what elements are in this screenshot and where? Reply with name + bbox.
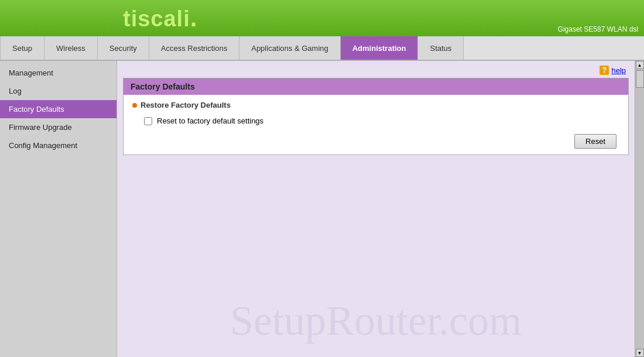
content-area: ? help Factory Defaults Restore Factory … [117, 61, 635, 357]
header: tiscali. Gigaset SE587 WLAN dsl [0, 0, 644, 36]
factory-defaults-panel: Factory Defaults Restore Factory Default… [123, 78, 629, 155]
navbar: SetupWirelessSecurityAccess Restrictions… [0, 36, 644, 61]
nav-tab-access-restrictions[interactable]: Access Restrictions [149, 36, 239, 60]
help-bar: ? help [123, 64, 629, 77]
nav-tab-status[interactable]: Status [418, 36, 464, 60]
logo: tiscali. [123, 4, 197, 32]
orange-dot-icon [132, 103, 137, 108]
help-icon: ? [600, 66, 609, 75]
reset-checkbox-row: Reset to factory default settings [144, 116, 619, 125]
logo-text: tiscali [123, 6, 190, 31]
reset-button[interactable]: Reset [574, 134, 616, 149]
nav-tab-security[interactable]: Security [98, 36, 149, 60]
nav-tab-applications-gaming[interactable]: Applications & Gaming [239, 36, 341, 60]
sidebar-item-management[interactable]: Management [0, 64, 117, 82]
watermark: SetupRouter.com [117, 297, 635, 345]
nav-tab-administration[interactable]: Administration [341, 36, 419, 60]
sidebar-item-log[interactable]: Log [0, 82, 117, 100]
device-info: Gigaset SE587 WLAN dsl [558, 25, 638, 33]
sidebar-item-factory-defaults[interactable]: Factory Defaults [0, 100, 117, 118]
nav-tab-setup[interactable]: Setup [0, 36, 44, 60]
restore-factory-defaults-title: Restore Factory Defaults [132, 101, 619, 109]
reset-checkbox-label: Reset to factory default settings [157, 116, 263, 125]
nav-tab-wireless[interactable]: Wireless [44, 36, 98, 60]
reset-checkbox[interactable] [144, 117, 152, 125]
sidebar-item-firmware-upgrade[interactable]: Firmware Upgrade [0, 118, 117, 136]
scrollbar-down-arrow[interactable]: ▼ [636, 349, 644, 357]
factory-defaults-panel-body: Restore Factory Defaults Reset to factor… [124, 95, 628, 155]
help-link[interactable]: help [611, 66, 626, 75]
factory-defaults-panel-title: Factory Defaults [124, 78, 628, 95]
sidebar: ManagementLogFactory DefaultsFirmware Up… [0, 61, 117, 357]
sidebar-item-config-management[interactable]: Config Management [0, 136, 117, 155]
scrollbar-up-arrow[interactable]: ▲ [636, 61, 644, 69]
logo-dot: . [190, 4, 198, 32]
scrollbar-thumb[interactable] [636, 70, 644, 88]
main-layout: ManagementLogFactory DefaultsFirmware Up… [0, 61, 644, 357]
scrollbar[interactable]: ▲ ▼ [635, 61, 644, 357]
reset-button-row: Reset [132, 134, 619, 149]
